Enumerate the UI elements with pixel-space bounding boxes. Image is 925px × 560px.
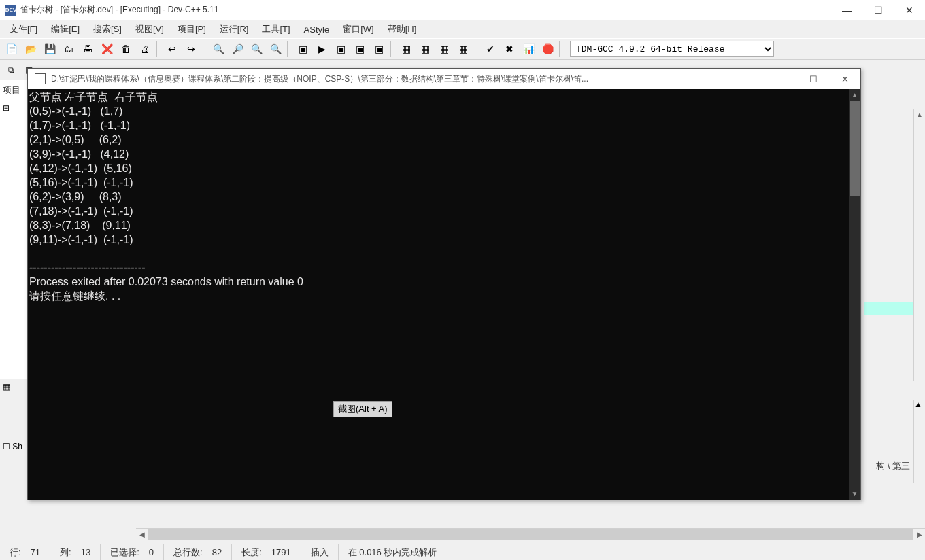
open-file-icon[interactable]: 📂 bbox=[22, 40, 39, 58]
delete-profile-icon[interactable]: 🛑 bbox=[539, 40, 556, 58]
editor-text-fragment: 构 \ 第三 bbox=[876, 460, 910, 472]
rebuild-icon[interactable]: ▣ bbox=[351, 40, 369, 58]
console-close-button[interactable]: ✕ bbox=[829, 69, 860, 89]
debug-into-icon[interactable]: ▦ bbox=[435, 40, 453, 58]
menu-window[interactable]: 窗口[W] bbox=[336, 20, 381, 38]
status-selected: 已选择: 0 bbox=[101, 544, 164, 560]
window-controls: — ☐ ✕ bbox=[831, 0, 925, 20]
toolbar-separator bbox=[287, 41, 291, 57]
scroll-left-icon[interactable]: ◀ bbox=[136, 531, 148, 538]
status-parse: 在 0.016 秒内完成解析 bbox=[339, 544, 447, 560]
close-file-icon[interactable]: ❌ bbox=[98, 40, 116, 58]
console-window: D:\红泥巴\我的课程体系\（信息奥赛）课程体系\第二阶段：提高级（NOIP、C… bbox=[27, 68, 861, 500]
console-icon bbox=[35, 73, 46, 84]
debug-step-icon[interactable]: ▦ bbox=[416, 40, 434, 58]
debug-panel-icon[interactable]: ▦ bbox=[397, 40, 415, 58]
redo-icon[interactable]: ↪ bbox=[182, 40, 200, 58]
tree-expand-icon[interactable]: ⊟ bbox=[0, 101, 27, 116]
close-button[interactable]: ✕ bbox=[894, 0, 925, 20]
scroll-down-icon[interactable]: ▼ bbox=[849, 488, 860, 500]
editor-highlight bbox=[864, 302, 915, 315]
compiler-select[interactable]: TDM-GCC 4.9.2 64-bit Release bbox=[570, 41, 774, 57]
print-icon[interactable]: 🖨 bbox=[136, 40, 154, 58]
menu-astyle[interactable]: AStyle bbox=[297, 22, 337, 37]
lower-panel: ▦ ☐ Sh bbox=[0, 379, 27, 488]
toolbar-separator bbox=[559, 41, 563, 57]
debug-out-icon[interactable]: ▦ bbox=[454, 40, 472, 58]
minimize-button[interactable]: — bbox=[831, 0, 862, 20]
console-minimize-button[interactable]: — bbox=[767, 69, 798, 89]
toolbar-separator bbox=[156, 41, 161, 57]
console-body[interactable]: 父节点 左子节点 右子节点 (0,5)->(-1,-1) (1,7) (1,7)… bbox=[28, 89, 860, 500]
editor-hscrollbar[interactable]: ◀ ▶ bbox=[136, 528, 925, 540]
status-col: 列: 13 bbox=[50, 544, 101, 560]
statusbar: 行: 71 列: 13 已选择: 0 总行数: 82 长度: 1791 插入 在… bbox=[0, 544, 925, 560]
status-mode: 插入 bbox=[301, 544, 339, 560]
menu-view[interactable]: 视图[V] bbox=[129, 20, 171, 38]
scroll-thumb[interactable] bbox=[850, 101, 860, 196]
lower-checkbox[interactable]: ☐ Sh bbox=[0, 439, 27, 454]
menu-edit[interactable]: 编辑[E] bbox=[44, 20, 86, 38]
menubar: 文件[F] 编辑[E] 搜索[S] 视图[V] 项目[P] 运行[R] 工具[T… bbox=[0, 20, 925, 38]
compile-icon[interactable]: ▣ bbox=[294, 40, 312, 58]
status-total-lines: 总行数: 82 bbox=[164, 544, 232, 560]
mdi-restore-icon[interactable]: ⧉ bbox=[3, 62, 19, 78]
status-row: 行: 71 bbox=[0, 544, 50, 560]
console-output: 父节点 左子节点 右子节点 (0,5)->(-1,-1) (1,7) (1,7)… bbox=[28, 89, 860, 305]
console-maximize-button[interactable]: ☐ bbox=[798, 69, 829, 89]
screenshot-tooltip: 截图(Alt + A) bbox=[333, 401, 392, 417]
find-icon[interactable]: 🔍 bbox=[209, 40, 227, 58]
app-icon: DEV bbox=[5, 5, 16, 16]
lower-checkbox-label: Sh bbox=[12, 442, 22, 451]
menu-tools[interactable]: 工具[T] bbox=[255, 20, 297, 38]
compile-run-icon[interactable]: ▣ bbox=[332, 40, 350, 58]
console-vscrollbar[interactable]: ▲ ▼ bbox=[849, 89, 860, 500]
sidebar-label: 项目 bbox=[0, 80, 27, 101]
scroll-thumb[interactable] bbox=[148, 529, 913, 540]
status-length: 长度: 1791 bbox=[232, 544, 301, 560]
save-as-icon[interactable]: 🖶 bbox=[79, 40, 97, 58]
console-window-controls: — ☐ ✕ bbox=[767, 69, 860, 89]
console-title: D:\红泥巴\我的课程体系\（信息奥赛）课程体系\第二阶段：提高级（NOIP、C… bbox=[51, 73, 588, 85]
save-all-icon[interactable]: 🗂 bbox=[60, 40, 78, 58]
profile-icon[interactable]: 📊 bbox=[520, 40, 537, 58]
menu-file[interactable]: 文件[F] bbox=[3, 20, 44, 38]
scroll-right-icon[interactable]: ▶ bbox=[913, 531, 925, 538]
project-sidebar: 项目 ⊟ bbox=[0, 80, 27, 386]
main-titlebar: DEV 笛卡尔树 - [笛卡尔树.dev] - [Executing] - De… bbox=[0, 0, 925, 20]
toolbar-separator bbox=[390, 41, 394, 57]
maximize-button[interactable]: ☐ bbox=[862, 0, 894, 20]
compiler-output-icon[interactable]: ▦ bbox=[3, 382, 16, 396]
toolbar: 📄 📂 💾 🗂 🖶 ❌ 🗑 🖨 ↩ ↪ 🔍 🔎 🔍 🔍 ▣ ▶ ▣ ▣ ▣ ▦ … bbox=[0, 38, 925, 60]
save-icon[interactable]: 💾 bbox=[41, 40, 58, 58]
output-vscrollbar[interactable]: ▲ bbox=[913, 400, 925, 483]
find-next-icon[interactable]: 🔍 bbox=[248, 40, 265, 58]
undo-icon[interactable]: ↩ bbox=[163, 40, 181, 58]
close-all-icon[interactable]: 🗑 bbox=[117, 40, 135, 58]
replace-icon[interactable]: 🔎 bbox=[229, 40, 246, 58]
console-titlebar[interactable]: D:\红泥巴\我的课程体系\（信息奥赛）课程体系\第二阶段：提高级（NOIP、C… bbox=[28, 69, 860, 89]
toolbar-separator bbox=[475, 41, 479, 57]
menu-run[interactable]: 运行[R] bbox=[213, 20, 256, 38]
check-icon[interactable]: ✔ bbox=[482, 40, 499, 58]
run-icon[interactable]: ▶ bbox=[313, 40, 331, 58]
goto-icon[interactable]: 🔍 bbox=[267, 40, 284, 58]
debug-icon[interactable]: ▣ bbox=[370, 40, 388, 58]
window-title: 笛卡尔树 - [笛卡尔树.dev] - [Executing] - Dev-C+… bbox=[20, 4, 218, 16]
abort-icon[interactable]: ✖ bbox=[501, 40, 518, 58]
new-file-icon[interactable]: 📄 bbox=[3, 40, 20, 58]
editor-vscrollbar[interactable]: ▲ bbox=[913, 109, 925, 381]
toolbar-separator bbox=[203, 41, 207, 57]
menu-project[interactable]: 项目[P] bbox=[171, 20, 213, 38]
menu-search[interactable]: 搜索[S] bbox=[86, 20, 129, 38]
scroll-up-icon[interactable]: ▲ bbox=[914, 109, 925, 120]
scroll-up-icon[interactable]: ▲ bbox=[914, 400, 925, 409]
menu-help[interactable]: 帮助[H] bbox=[381, 20, 424, 38]
scroll-up-icon[interactable]: ▲ bbox=[849, 89, 860, 101]
